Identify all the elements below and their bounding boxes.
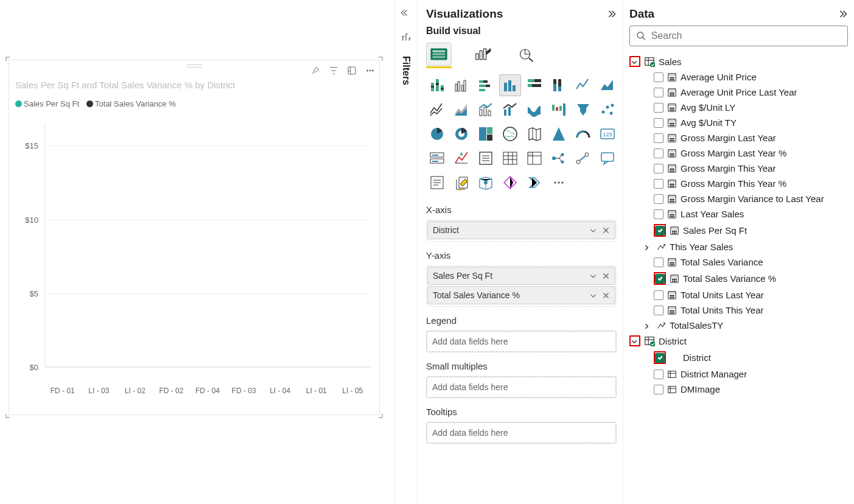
chevron-down-icon[interactable] <box>589 226 597 234</box>
table-sales[interactable]: Sales <box>629 54 848 69</box>
viz-azure-map[interactable] <box>548 123 570 145</box>
tooltips-well[interactable]: Add data fields here <box>427 422 616 443</box>
field-district[interactable]: District <box>629 349 848 366</box>
viz-kpi[interactable] <box>450 147 472 169</box>
chart-visual[interactable]: Sales Per Sq Ft and Total Sales Variance… <box>9 60 380 415</box>
viz-more[interactable] <box>548 172 570 194</box>
more-options-icon[interactable] <box>365 65 376 76</box>
checkbox[interactable] <box>654 164 663 173</box>
remove-field-icon[interactable] <box>602 226 610 234</box>
search-input[interactable] <box>629 26 848 46</box>
remove-field-icon[interactable] <box>602 272 610 280</box>
viz-ribbon[interactable] <box>523 99 545 121</box>
table-district[interactable]: District <box>629 333 848 349</box>
viz-clustered-bar[interactable] <box>450 74 472 96</box>
checkbox[interactable] <box>654 369 663 379</box>
checkbox[interactable] <box>654 88 663 97</box>
chevron-down-icon[interactable] <box>589 292 597 299</box>
field-manager[interactable]: District Manager <box>629 366 848 382</box>
field-gm_ly[interactable]: Gross Margin Last Year <box>629 130 848 145</box>
field-totalsalesty[interactable]: TotalSalesTY <box>629 318 848 333</box>
viz-filled-map[interactable] <box>523 123 545 145</box>
viz-pie[interactable] <box>426 123 448 145</box>
viz-hundred-stacked[interactable] <box>523 74 545 96</box>
chevron-down-icon[interactable] <box>589 272 597 280</box>
viz-line-stacked[interactable] <box>426 99 448 121</box>
viz-gauge[interactable] <box>572 123 594 145</box>
viz-narrative[interactable] <box>426 172 448 194</box>
yaxis-well-variance[interactable]: Total Sales Variance % <box>427 286 615 304</box>
viz-paginated[interactable] <box>450 172 472 194</box>
expand-filters-icon[interactable] <box>401 7 411 18</box>
viz-line[interactable] <box>572 74 594 96</box>
checkbox[interactable] <box>654 133 663 143</box>
report-canvas[interactable]: Sales Per Sq Ft and Total Sales Variance… <box>0 0 394 504</box>
viz-combo-bar-line[interactable] <box>475 99 497 121</box>
field-gm_ly_pct[interactable]: Gross Margin Last Year % <box>629 145 848 161</box>
viz-stacked-hbar[interactable] <box>475 74 497 96</box>
remove-field-icon[interactable] <box>602 292 610 299</box>
viz-table[interactable] <box>499 147 521 169</box>
filter-icon[interactable] <box>328 65 339 76</box>
viz-hundred-column[interactable] <box>548 74 570 96</box>
viz-multi-card[interactable] <box>426 147 448 169</box>
viz-matrix[interactable] <box>523 147 545 169</box>
viz-decomposition[interactable] <box>548 147 570 169</box>
viz-automate[interactable] <box>523 172 545 194</box>
viz-qna[interactable] <box>597 147 618 169</box>
checkbox[interactable] <box>655 353 665 363</box>
field-avg_unit_price_ly[interactable]: Average Unit Price Last Year <box>629 85 848 100</box>
field-sales_sqft[interactable]: Sales Per Sq Ft <box>629 222 848 239</box>
field-avg_unit_ty[interactable]: Avg $/Unit TY <box>629 115 848 130</box>
checkbox[interactable] <box>654 257 663 267</box>
field-ly_sales[interactable]: Last Year Sales <box>629 206 848 222</box>
checkbox[interactable] <box>654 194 663 204</box>
viz-area[interactable] <box>597 74 618 96</box>
build-visual-tab[interactable] <box>426 43 452 66</box>
checkbox[interactable] <box>654 103 663 113</box>
checkbox[interactable] <box>654 209 663 219</box>
field-ts_var[interactable]: Total Sales Variance <box>629 254 848 270</box>
viz-scatter[interactable] <box>597 99 618 121</box>
small-multiples-well[interactable]: Add data fields here <box>427 377 616 397</box>
field-ty_sales[interactable]: This Year Sales <box>629 239 848 254</box>
checkbox[interactable] <box>654 306 663 315</box>
viz-card[interactable]: 123 <box>597 123 618 145</box>
drag-handle-icon[interactable] <box>186 64 202 69</box>
field-ts_var_pct[interactable]: Total Sales Variance % <box>629 270 848 287</box>
viz-donut[interactable] <box>450 123 472 145</box>
pin-icon[interactable] <box>310 65 321 76</box>
yaxis-well-sales-sqft[interactable]: Sales Per Sq Ft <box>427 267 615 285</box>
field-dmimage[interactable]: DMImage <box>629 382 848 397</box>
field-avg_unit_ly[interactable]: Avg $/Unit LY <box>629 100 848 115</box>
checkbox[interactable] <box>654 72 663 82</box>
viz-area-stacked[interactable] <box>450 99 472 121</box>
viz-clustered-column[interactable] <box>499 74 521 96</box>
field-gm_ty[interactable]: Gross Margin This Year <box>629 161 848 176</box>
filters-pane-collapsed[interactable]: Filters <box>394 0 418 504</box>
viz-treemap[interactable] <box>475 123 497 145</box>
checkbox[interactable] <box>654 179 663 189</box>
viz-map[interactable] <box>499 123 521 145</box>
collapse-pane-icon[interactable] <box>836 8 848 20</box>
viz-slicer[interactable] <box>475 147 497 169</box>
viz-arcgis[interactable] <box>475 172 497 194</box>
checkbox[interactable] <box>654 385 663 394</box>
checkbox[interactable] <box>654 149 663 158</box>
analytics-tab[interactable] <box>514 43 539 66</box>
field-avg_unit_price[interactable]: Average Unit Price <box>629 69 848 85</box>
viz-powerapps[interactable] <box>499 172 521 194</box>
checkbox[interactable] <box>655 274 665 284</box>
viz-combo-col-line[interactable] <box>499 99 521 121</box>
collapse-pane-icon[interactable] <box>604 8 617 20</box>
viz-stacked-bar[interactable] <box>426 74 448 96</box>
checkbox[interactable] <box>654 290 663 300</box>
field-gm_var[interactable]: Gross Margin Variance to Last Year <box>629 191 848 206</box>
xaxis-well-district[interactable]: District <box>427 221 615 239</box>
viz-goals[interactable] <box>572 147 594 169</box>
checkbox[interactable] <box>654 118 663 128</box>
field-tu_ty[interactable]: Total Units This Year <box>629 303 848 318</box>
checkbox[interactable] <box>655 226 665 236</box>
legend-well[interactable]: Add data fields here <box>427 331 616 352</box>
viz-funnel[interactable] <box>572 99 594 121</box>
